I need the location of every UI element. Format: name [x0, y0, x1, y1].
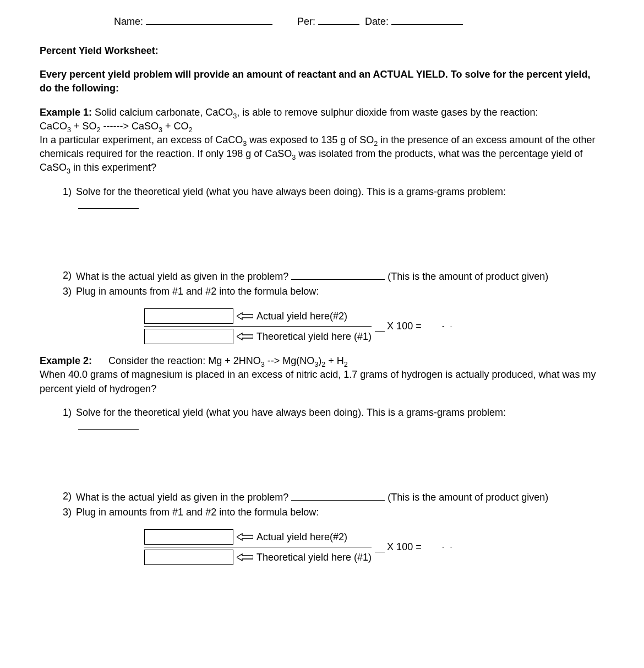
theoretical-yield-box[interactable]	[144, 329, 233, 344]
header-row: Name: Per: Date:	[40, 14, 604, 29]
date-blank[interactable]	[391, 14, 463, 25]
ex2-t2: --> Mg(NO	[265, 355, 315, 366]
step-num: 2)	[56, 269, 76, 284]
fraction-denominator: Theoretical yield here (#1)	[144, 327, 372, 346]
step-2: 2) What is the actual yield as given in …	[56, 490, 604, 504]
formula-block-1: Actual yield here(#2) Theoretical yield …	[40, 306, 604, 346]
eq-caso3: ------> CaSO	[101, 121, 159, 132]
example-1: Example 1: Solid calcium carbonate, CaCO…	[40, 106, 604, 175]
sub-2: 2	[97, 126, 101, 133]
step-body: What is the actual yield as given in the…	[76, 490, 604, 504]
date-label: Date:	[365, 16, 389, 27]
step3-text: Plug in amounts from #1 and #2 into the …	[76, 506, 604, 519]
ex2-t1: Consider the reaction: Mg + 2HNO	[108, 355, 261, 366]
x100-text: X 100 =	[387, 319, 422, 333]
step-2: 2) What is the actual yield as given in …	[56, 269, 604, 284]
step1-blank[interactable]	[78, 199, 139, 209]
svg-marker-3	[237, 554, 253, 561]
ex1-b2: was exposed to 135 g of SO	[247, 134, 374, 145]
multiply-100: X 100 = - ·	[375, 319, 458, 333]
step-body: What is the actual yield as given in the…	[76, 269, 604, 284]
step-num: 3)	[56, 285, 76, 298]
step-3: 3) Plug in amounts from #1 and #2 into t…	[56, 285, 604, 298]
step-num: 1)	[56, 185, 76, 213]
example-2: Example 2: Consider the reaction: Mg + 2…	[40, 354, 604, 396]
theoretical-yield-box[interactable]	[144, 550, 233, 565]
worksheet-title: Percent Yield Worksheet:	[40, 44, 604, 58]
svg-marker-0	[237, 313, 253, 319]
ex2-label: Example 2:	[40, 355, 92, 366]
ex1-line1: Example 1: Solid calcium carbonate, CaCO…	[40, 106, 604, 120]
multiply-100: X 100 = - ·	[375, 540, 458, 554]
eq-caco3: CaCO	[40, 121, 67, 132]
sub-2: 2	[344, 361, 348, 368]
ex2-line1: Example 2: Consider the reaction: Mg + 2…	[40, 354, 604, 368]
fraction-numerator: Actual yield here(#2)	[144, 527, 372, 547]
step3-text: Plug in amounts from #1 and #2 into the …	[76, 285, 604, 298]
actual-yield-box[interactable]	[144, 308, 233, 324]
fraction-numerator: Actual yield here(#2)	[144, 306, 372, 326]
steps-list-1: 1) Solve for the theoretical yield (what…	[40, 185, 604, 299]
ex2-line2: When 40.0 grams of magnesium is placed i…	[40, 368, 604, 395]
step1-blank[interactable]	[78, 420, 139, 430]
numerator-label: Actual yield here(#2)	[256, 309, 347, 323]
per-blank[interactable]	[318, 14, 359, 25]
eq-co2: + CO	[162, 121, 189, 132]
sub-3: 3	[261, 361, 265, 368]
step-num: 3)	[56, 506, 76, 519]
actual-yield-blank[interactable]	[291, 269, 385, 280]
ex1-b1: In a particular experiment, an excess of…	[40, 134, 243, 145]
steps-list-2: 1) Solve for the theoretical yield (what…	[40, 406, 604, 520]
worksheet-page: Name: Per: Date: Percent Yield Worksheet…	[0, 0, 644, 668]
numerator-label: Actual yield here(#2)	[256, 530, 347, 544]
step1-text: Solve for the theoretical yield (what yo…	[76, 407, 506, 418]
step-num: 2)	[56, 490, 76, 504]
step2-text-b: (This is the amount of product given)	[385, 271, 548, 282]
fraction-denominator: Theoretical yield here (#1)	[144, 547, 372, 567]
leading-dash	[375, 542, 385, 552]
result-dots: - ·	[438, 321, 458, 332]
denominator-label: Theoretical yield here (#1)	[256, 330, 372, 344]
name-label: Name:	[114, 16, 143, 27]
x100-text: X 100 =	[387, 540, 422, 554]
step-body: Solve for the theoretical yield (what yo…	[76, 406, 604, 433]
eq-so2: + SO	[71, 121, 97, 132]
per-label: Per:	[297, 16, 315, 27]
svg-marker-2	[237, 534, 253, 540]
denominator-label: Theoretical yield here (#1)	[256, 551, 372, 564]
arrow-left-icon	[237, 553, 253, 562]
workspace-1	[56, 214, 604, 269]
fraction: Actual yield here(#2) Theoretical yield …	[144, 527, 372, 567]
arrow-left-icon	[237, 312, 253, 321]
sub-3: 3	[67, 126, 71, 133]
step2-text-a: What is the actual yield as given in the…	[76, 492, 291, 503]
step-3: 3) Plug in amounts from #1 and #2 into t…	[56, 506, 604, 519]
sub-2: 2	[189, 126, 193, 133]
arrow-left-icon	[237, 332, 253, 341]
ex1-b5: in this experiment?	[70, 162, 156, 173]
step1-text: Solve for the theoretical yield (what yo…	[76, 186, 506, 197]
step2-text-a: What is the actual yield as given in the…	[76, 271, 291, 282]
workspace-2	[56, 435, 604, 490]
ex2-t4: + H	[325, 355, 344, 366]
ex1-label: Example 1:	[40, 107, 92, 118]
step-1: 1) Solve for the theoretical yield (what…	[56, 406, 604, 433]
actual-yield-blank[interactable]	[291, 490, 385, 501]
svg-marker-1	[237, 333, 253, 340]
name-blank[interactable]	[146, 14, 272, 25]
fraction: Actual yield here(#2) Theoretical yield …	[144, 306, 372, 346]
sub-3: 3	[67, 167, 70, 175]
result-dots: - ·	[438, 542, 458, 553]
leading-dash	[375, 321, 385, 332]
formula-block-2: Actual yield here(#2) Theoretical yield …	[40, 527, 604, 567]
ex1-text: Solid calcium carbonate, CaCO	[92, 107, 233, 118]
step-body: Solve for the theoretical yield (what yo…	[76, 185, 604, 213]
ex1-equation: CaCO3 + SO2 ------> CaSO3 + CO2	[40, 120, 604, 133]
ex1-body: In a particular experiment, an excess of…	[40, 133, 604, 175]
step2-text-b: (This is the amount of product given)	[385, 492, 548, 503]
actual-yield-box[interactable]	[144, 529, 233, 545]
ex1-text2: , is able to remove sulphur dioxide from…	[237, 107, 538, 118]
arrow-left-icon	[237, 533, 253, 541]
step-num: 1)	[56, 406, 76, 433]
step-1: 1) Solve for the theoretical yield (what…	[56, 185, 604, 213]
